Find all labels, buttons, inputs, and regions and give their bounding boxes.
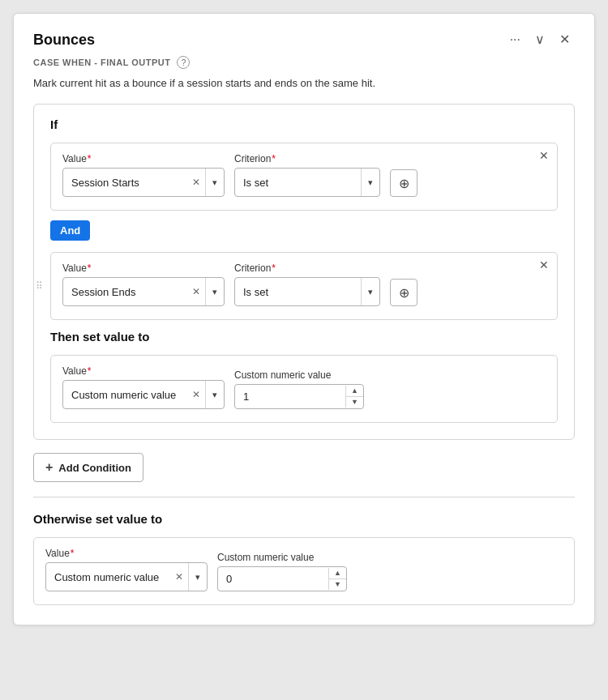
otherwise-custom-numeric[interactable]: 0 ▲ ▼ [217,566,347,591]
then-custom-decrement-button[interactable]: ▼ [346,397,363,408]
then-custom-increment-button[interactable]: ▲ [346,386,363,396]
condition-2-value-text: Session Ends [63,280,187,304]
then-custom-label: Custom numeric value [234,369,364,381]
then-value-clear-button[interactable]: ✕ [187,390,205,399]
then-value-text: Custom numeric value [63,383,187,407]
condition-2-criterion-select[interactable]: Is set ▾ [234,277,380,306]
divider [33,497,575,497]
case-when-label: CASE WHEN - FINAL OUTPUT [33,58,170,67]
condition-2-criterion-chevron-button[interactable]: ▾ [361,278,379,305]
otherwise-value-chevron-button[interactable]: ▾ [188,563,207,591]
condition-1-criterion-select[interactable]: Is set ▾ [234,168,380,197]
condition-1-value-select[interactable]: Session Starts ✕ ▾ [62,168,225,197]
case-when-row: CASE WHEN - FINAL OUTPUT ? [33,56,575,69]
condition-1-value-text: Session Starts [63,171,187,194]
condition-2-criterion-group: Criterion* Is set ▾ [234,262,380,306]
card-title: Bounces [33,32,95,49]
condition-1-fields: Value* Session Starts ✕ ▾ Criterion* Is … [62,153,546,197]
condition-box-2-wrapper: ⠿ ✕ Value* Session Ends ✕ ▾ [50,252,558,320]
then-value-label: Value* [62,365,225,377]
condition-1-value-chevron-button[interactable]: ▾ [205,169,224,196]
condition-1-value-label: Value* [62,153,225,164]
condition-2-add-row-button[interactable]: ⊕ [390,279,417,306]
condition-1-criterion-label: Criterion* [234,153,380,164]
add-condition-button[interactable]: + Add Condition [33,453,143,482]
then-box: Value* Custom numeric value ✕ ▾ Custom n… [50,355,558,423]
otherwise-custom-spinners: ▲ ▼ [328,568,346,590]
if-block: If ✕ Value* Session Starts ✕ ▾ Cri [33,104,575,440]
otherwise-value-select[interactable]: Custom numeric value ✕ ▾ [45,562,208,591]
otherwise-label: Otherwise set value to [33,512,575,526]
otherwise-fields: Value* Custom numeric value ✕ ▾ Custom n… [45,548,563,591]
condition-2-fields: Value* Session Ends ✕ ▾ Criterion* [62,262,546,306]
otherwise-custom-group: Custom numeric value 0 ▲ ▼ [217,552,347,591]
condition-2-value-label: Value* [62,262,225,274]
condition-2-value-group: Value* Session Ends ✕ ▾ [62,262,225,306]
otherwise-value-label: Value* [45,548,208,559]
then-custom-numeric[interactable]: 1 ▲ ▼ [234,384,364,409]
then-value-select[interactable]: Custom numeric value ✕ ▾ [62,380,225,409]
then-custom-group: Custom numeric value 1 ▲ ▼ [234,369,364,409]
description-text: Mark current hit as a bounce if a sessio… [33,77,575,89]
drag-handle-icon: ⠿ [36,280,43,292]
otherwise-custom-value: 0 [218,567,328,591]
condition-1-criterion-text: Is set [235,171,361,194]
condition-box-1: ✕ Value* Session Starts ✕ ▾ Criterion* [50,143,558,211]
if-label: If [50,117,558,131]
help-icon[interactable]: ? [177,56,190,69]
otherwise-value-text: Custom numeric value [46,566,170,589]
condition-box-2: ✕ Value* Session Ends ✕ ▾ [50,252,558,320]
main-card: Bounces ··· ∨ ✕ CASE WHEN - FINAL OUTPUT… [13,13,595,625]
then-custom-spinners: ▲ ▼ [345,386,363,408]
then-set-label: Then set value to [50,330,558,344]
otherwise-value-clear-button[interactable]: ✕ [170,572,188,582]
then-custom-value: 1 [235,385,345,408]
then-fields: Value* Custom numeric value ✕ ▾ Custom n… [62,365,546,409]
otherwise-custom-decrement-button[interactable]: ▼ [329,579,346,590]
then-value-chevron-button[interactable]: ▾ [205,381,224,408]
condition-1-add-row-button[interactable]: ⊕ [390,169,417,197]
collapse-button[interactable]: ∨ [530,30,550,49]
close-button[interactable]: ✕ [554,30,575,49]
condition-2-value-chevron-button[interactable]: ▾ [205,278,224,305]
condition-1-criterion-chevron-button[interactable]: ▾ [361,169,379,196]
condition-1-value-group: Value* Session Starts ✕ ▾ [62,153,225,197]
condition-2-value-clear-button[interactable]: ✕ [187,287,205,297]
condition-2-criterion-label: Criterion* [234,262,380,274]
condition-1-criterion-group: Criterion* Is set ▾ [234,153,380,197]
condition-2-value-select[interactable]: Session Ends ✕ ▾ [62,277,225,306]
otherwise-custom-increment-button[interactable]: ▲ [329,568,346,578]
otherwise-value-group: Value* Custom numeric value ✕ ▾ [45,548,208,591]
condition-2-close-button[interactable]: ✕ [539,259,549,271]
more-options-button[interactable]: ··· [505,30,525,49]
condition-1-value-clear-button[interactable]: ✕ [187,177,205,187]
card-header: Bounces ··· ∨ ✕ [33,30,575,49]
header-actions: ··· ∨ ✕ [505,30,575,49]
otherwise-custom-label: Custom numeric value [217,552,347,563]
condition-2-criterion-text: Is set [235,280,361,304]
add-condition-label: Add Condition [58,462,131,474]
otherwise-box: Value* Custom numeric value ✕ ▾ Custom n… [33,537,575,605]
add-condition-plus-icon: + [45,460,53,475]
and-button[interactable]: And [50,220,90,241]
then-value-group: Value* Custom numeric value ✕ ▾ [62,365,225,409]
condition-1-close-button[interactable]: ✕ [539,150,549,161]
